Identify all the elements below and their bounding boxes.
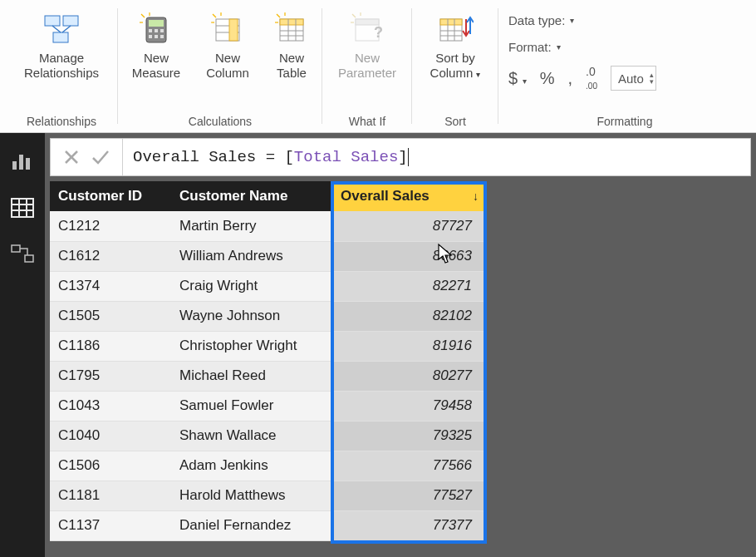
formula-equals: = [256,148,284,166]
new-measure-label: New Measure [132,51,180,81]
currency-format-button[interactable]: $ ▾ [508,69,527,88]
table-row[interactable]: C1212Martin Berry87727 [50,211,487,241]
ribbon-group-whatif: ? New Parameter What If [322,0,412,132]
model-icon [11,244,34,264]
cell-sales: 79458 [332,391,487,421]
table-row[interactable]: C1374Craig Wright82271 [50,271,487,301]
precision-value: Auto [618,71,644,86]
datatype-dropdown[interactable]: Data type: ▾ [508,8,741,32]
formula-measure-name: Overall Sales [133,148,256,166]
data-view-button[interactable] [9,195,36,221]
cell-id: C1186 [50,331,171,361]
percent-format-button[interactable]: % [540,69,555,88]
svg-line-20 [213,14,216,17]
cell-name: Michael Reed [171,361,332,391]
cell-id: C1795 [50,361,171,391]
cell-name: Harold Matthews [171,481,332,510]
content-area: Overall Sales = [Total Sales] Customer I… [45,133,756,557]
svg-rect-39 [440,19,462,25]
new-column-icon [211,12,244,46]
ribbon-group-title-relationships: Relationships [8,112,115,131]
svg-rect-12 [160,35,164,38]
bar-chart-icon [11,151,34,171]
svg-rect-44 [12,161,17,170]
table-row[interactable]: C1137Daniel Fernandez77377 [50,510,487,540]
ribbon-group-title-calculations: Calculations [121,112,319,131]
ribbon-group-title-sort: Sort [415,112,495,131]
svg-line-29 [277,14,280,17]
chevron-down-icon: ▾ [557,42,561,52]
sort-by-column-button[interactable]: Sort by Column ▾ [415,8,495,83]
table-row[interactable]: C1795Michael Reed80277 [50,361,487,391]
format-dropdown[interactable]: Format: ▾ [508,35,741,58]
decimal-decrease-icon[interactable]: .0.00 [586,65,597,91]
cell-id: C1506 [50,451,171,481]
cell-sales: 81916 [332,331,487,361]
table-row[interactable]: C1506Adam Jenkins77566 [50,451,487,481]
chevron-down-icon: ▾ [523,76,527,86]
svg-text:?: ? [374,24,383,41]
spinner-icon[interactable]: ▴▾ [650,67,654,90]
svg-rect-0 [45,16,60,26]
table-row[interactable]: C1186Christopher Wright81916 [50,331,487,361]
table-icon [11,198,34,218]
format-label: Format: [508,40,552,54]
cell-sales: 77377 [332,510,487,540]
manage-relationships-button[interactable]: Manage Relationships [8,8,115,83]
view-rail [0,133,45,557]
precision-input[interactable]: Auto ▴▾ [611,66,656,91]
svg-rect-45 [19,155,23,170]
svg-rect-7 [149,29,152,32]
table-row[interactable]: C1040Shawn Wallace79325 [50,421,487,451]
text-caret [408,148,409,166]
cell-sales: 77527 [332,481,487,510]
table-row[interactable]: C1505Wayne Johnson82102 [50,301,487,331]
cell-name: Wayne Johnson [171,301,332,331]
cell-sales: 79325 [332,421,487,451]
parameter-icon: ? [351,12,384,46]
manage-relationships-label: Manage Relationships [24,51,99,81]
formula-reference: Total Sales [294,148,398,166]
svg-rect-6 [149,20,164,27]
commit-icon[interactable] [91,148,110,166]
svg-rect-46 [26,158,30,170]
svg-line-13 [141,14,145,17]
cell-id: C1137 [50,510,171,540]
new-table-button[interactable]: New Table [264,8,319,83]
new-measure-button[interactable]: New Measure [121,8,191,83]
table-row[interactable]: C1043Samuel Fowler79458 [50,391,487,421]
model-view-button[interactable] [9,241,36,268]
comma-format-button[interactable]: , [567,69,572,88]
report-view-button[interactable] [9,148,36,175]
new-column-label: New Column [206,51,249,81]
ribbon-group-sort: Sort by Column ▾ Sort [412,0,498,132]
cell-name: Adam Jenkins [171,451,332,481]
svg-rect-2 [53,32,68,42]
cell-name: Christopher Wright [171,331,332,361]
formula-input[interactable]: Overall Sales = [Total Sales] [123,148,409,166]
chevron-down-icon: ▾ [476,70,480,79]
cell-id: C1181 [50,481,171,510]
cell-name: Martin Berry [171,211,332,241]
calculator-icon [140,12,173,46]
formula-bar: Overall Sales = [Total Sales] [50,138,751,176]
table-row[interactable]: C1612William Andrews86663 [50,241,487,271]
new-column-button[interactable]: New Column [194,8,261,83]
svg-rect-1 [63,16,78,26]
chevron-down-icon: ▾ [570,16,574,25]
cell-id: C1505 [50,301,171,331]
cell-id: C1040 [50,421,171,451]
table-row[interactable]: C1181Harold Matthews77527 [50,481,487,510]
svg-rect-19 [229,19,238,41]
svg-rect-24 [280,19,303,25]
column-header-sales[interactable]: Overall Sales ↓ [332,181,487,211]
cell-name: Craig Wright [171,271,332,301]
cell-sales: 86663 [332,241,487,271]
column-header-id[interactable]: Customer ID [50,181,171,211]
new-table-label: New Table [277,51,307,81]
svg-rect-9 [160,29,164,32]
ribbon-group-title-whatif: What If [326,112,409,131]
cancel-icon[interactable] [62,148,81,166]
column-header-name[interactable]: Customer Name [171,181,332,211]
svg-rect-53 [25,255,33,262]
